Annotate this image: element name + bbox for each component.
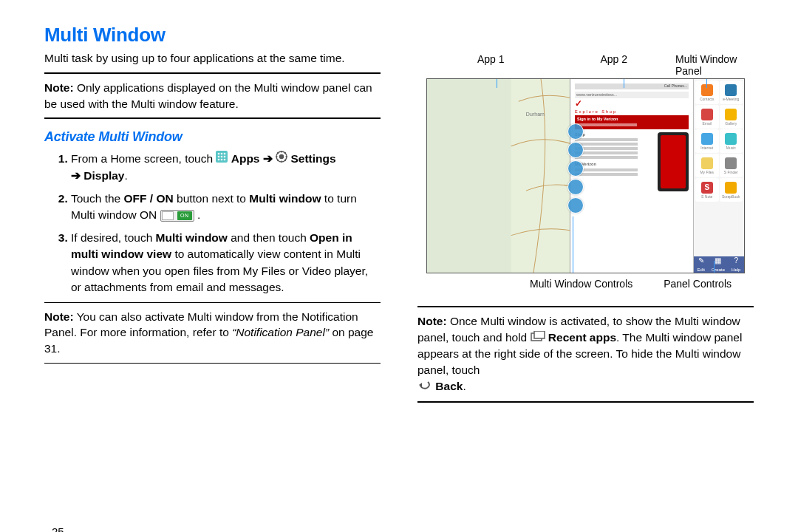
figure-bottom-labels: Multi Window Controls Panel Controls bbox=[426, 278, 745, 290]
mw-control-icon bbox=[567, 142, 584, 158]
svg-point-4 bbox=[218, 156, 220, 158]
label-mw-panel: Multi Window Panel bbox=[675, 53, 742, 77]
webpage-content: www.verizonwireless... Explore Shop Sign… bbox=[570, 79, 693, 273]
label-app2: App 2 bbox=[553, 53, 676, 77]
settings-icon bbox=[276, 151, 287, 167]
panel-app-contacts: Contacts bbox=[695, 81, 719, 104]
right-column: App 1 App 2 Multi Window Panel DurhamRal… bbox=[417, 24, 754, 532]
divider bbox=[44, 72, 381, 74]
apps-icon bbox=[216, 151, 228, 167]
divider bbox=[44, 302, 381, 303]
label-mw-controls: Multi Window Controls bbox=[530, 278, 632, 290]
multi-window-figure: App 1 App 2 Multi Window Panel DurhamRal… bbox=[417, 53, 754, 297]
mw-panel: Contacts e-Meeting Email Gallery Interne… bbox=[693, 79, 744, 273]
svg-rect-24 bbox=[534, 331, 545, 338]
step-1: From a Home screen, touch Apps ➔ Setting… bbox=[71, 151, 381, 185]
svg-point-3 bbox=[224, 153, 226, 155]
mw-control-icon bbox=[567, 123, 584, 140]
mw-control-stack bbox=[567, 123, 584, 214]
panel-app-internet: Internet bbox=[695, 129, 719, 153]
verizon-logo bbox=[575, 100, 689, 108]
figure-top-labels: App 1 App 2 Multi Window Panel bbox=[429, 53, 742, 77]
note-notif-panel: Note: You can also activate Multi window… bbox=[44, 309, 381, 357]
callout-line bbox=[497, 78, 497, 88]
panel-app-sfinder: S Finder bbox=[720, 154, 743, 177]
panel-app-snote: SS Note bbox=[695, 178, 719, 202]
back-icon bbox=[417, 378, 432, 395]
svg-point-1 bbox=[218, 153, 220, 155]
intro-text: Multi task by using up to four applicati… bbox=[44, 51, 381, 66]
figure-screenshot: DurhamRaleigh www.verizonwireless... bbox=[426, 78, 745, 273]
svg-point-7 bbox=[218, 159, 220, 161]
page-title: Multi Window bbox=[44, 24, 381, 47]
svg-point-11 bbox=[279, 154, 284, 159]
mw-panel-grid: Contacts e-Meeting Email Gallery Interne… bbox=[694, 79, 744, 256]
mw-control-icon bbox=[567, 197, 584, 214]
recent-apps-icon bbox=[531, 330, 545, 346]
step-2: Touch the OFF / ON button next to Multi … bbox=[71, 191, 381, 224]
left-column: Multi Window Multi task by using up to f… bbox=[44, 24, 381, 532]
callout-line bbox=[624, 78, 624, 88]
steps-list: From a Home screen, touch Apps ➔ Setting… bbox=[44, 151, 381, 296]
panel-app-emeeting: e-Meeting bbox=[720, 81, 743, 104]
help-icon: ? bbox=[732, 256, 740, 265]
panel-app-music: Music bbox=[720, 129, 743, 153]
divider bbox=[417, 401, 754, 403]
callout-line bbox=[706, 78, 707, 88]
label-app1: App 1 bbox=[429, 53, 553, 77]
divider bbox=[44, 117, 381, 119]
divider bbox=[44, 363, 381, 364]
svg-text:Durham: Durham bbox=[526, 112, 545, 117]
svg-point-5 bbox=[221, 156, 223, 158]
phone-thumbnail bbox=[658, 132, 689, 191]
note-show-hide-panel: Note: Once Multi window is activated, to… bbox=[417, 313, 754, 395]
callout-line bbox=[573, 216, 573, 273]
svg-point-6 bbox=[224, 156, 226, 158]
svg-point-8 bbox=[221, 159, 223, 161]
address-bar: www.verizonwireless... bbox=[575, 92, 689, 98]
browser-app: www.verizonwireless... Explore Shop Sign… bbox=[570, 79, 744, 273]
section-activate: Activate Multi Window bbox=[44, 129, 381, 145]
svg-point-2 bbox=[221, 153, 223, 155]
note-panel-only: Note: Only applications displayed on the… bbox=[44, 80, 381, 112]
edit-icon: ✎ bbox=[698, 256, 705, 265]
divider bbox=[417, 306, 754, 307]
browser-tabbar bbox=[575, 83, 689, 89]
label-panel-controls: Panel Controls bbox=[664, 278, 732, 290]
svg-point-9 bbox=[224, 159, 226, 161]
panel-app-gallery: Gallery bbox=[720, 105, 743, 129]
panel-app-email: Email bbox=[695, 105, 719, 129]
panel-controls-bar: ✎Edit ▦Create ?Help bbox=[694, 256, 744, 273]
panel-app-myfiles: My Files bbox=[695, 154, 719, 177]
mw-control-icon bbox=[567, 179, 584, 195]
panel-app-scrapbook: ScrapBook bbox=[720, 178, 743, 202]
on-toggle-icon: ON bbox=[160, 210, 194, 222]
mw-control-icon bbox=[567, 160, 584, 177]
page-number: 25 bbox=[52, 525, 64, 532]
step-3: If desired, touch Multi window and then … bbox=[71, 230, 381, 296]
callout-line bbox=[714, 261, 715, 273]
